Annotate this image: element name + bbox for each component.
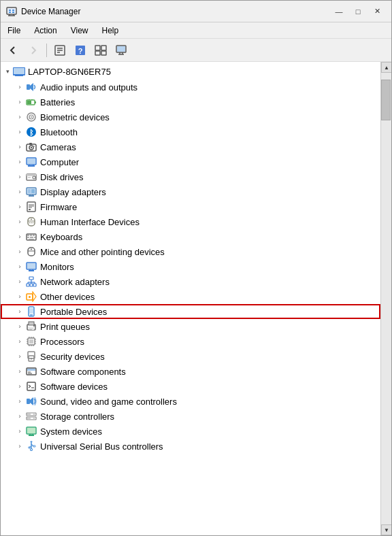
svg-line-133 (29, 386, 31, 388)
list-item[interactable]: › Other devices (1, 289, 380, 304)
list-item[interactable]: › Human (1, 214, 380, 229)
svg-rect-76 (27, 237, 29, 238)
expander-print[interactable]: › (14, 321, 25, 332)
menu-bar: File Action View Help (1, 22, 391, 39)
list-item[interactable]: › ᛒ Bluetooth (1, 124, 380, 139)
expander-computer[interactable]: › (14, 156, 25, 167)
back-button[interactable] (3, 41, 22, 59)
list-item[interactable]: › Sound, video and game controllers (1, 394, 380, 409)
software-dev-icon (25, 380, 37, 392)
expander-monitors[interactable]: › (14, 261, 25, 272)
expander-processors[interactable]: › (14, 336, 25, 347)
expander-system[interactable]: › (14, 426, 25, 437)
list-item[interactable]: › Disk drives (1, 169, 380, 184)
expander-hid[interactable]: › (14, 216, 25, 227)
svg-rect-60 (31, 189, 35, 193)
help-icon: ? (75, 45, 86, 56)
expander-software-dev[interactable]: › (14, 381, 25, 392)
root-item-content[interactable]: ▾ LAPTOP-8GN6ER75 (1, 63, 380, 80)
svg-rect-1 (7, 8, 16, 14)
list-item[interactable]: › (1, 229, 380, 244)
scroll-down-button[interactable]: ▼ (381, 524, 391, 535)
menu-file[interactable]: File (1, 24, 27, 37)
sound-icon (25, 395, 37, 407)
list-item[interactable]: › Cameras (1, 139, 380, 154)
expander-bluetooth[interactable]: › (14, 127, 25, 137)
list-item[interactable]: › Software devices (1, 379, 380, 394)
processors-icon (25, 335, 37, 348)
list-item[interactable]: › Batteries (1, 95, 380, 110)
svg-rect-25 (14, 68, 24, 74)
svg-rect-88 (29, 277, 33, 280)
help-button[interactable]: ? (71, 41, 90, 59)
expander-firmware[interactable]: › (14, 201, 25, 212)
svg-rect-6 (12, 10, 14, 11)
expander-batteries[interactable]: › (14, 97, 25, 107)
list-item[interactable]: › Mice and other pointing devices (1, 244, 380, 259)
item-system-label: System devices (40, 426, 102, 437)
window-controls: — □ ✕ (330, 5, 386, 18)
forward-button[interactable] (24, 41, 43, 59)
maximize-button[interactable]: □ (349, 5, 367, 18)
expander-other[interactable]: › (14, 291, 25, 302)
root-item[interactable]: ▾ LAPTOP-8GN6ER75 (1, 63, 380, 454)
item-network-label: Network adapters (40, 277, 110, 287)
svg-rect-84 (27, 263, 35, 269)
item-sound-label: Sound, video and game controllers (40, 397, 177, 407)
menu-action[interactable]: Action (27, 24, 63, 37)
expander-audio[interactable]: › (14, 82, 25, 93)
scroll-up-button[interactable]: ▲ (381, 62, 391, 73)
svg-rect-151 (33, 446, 35, 447)
list-item[interactable]: › System devices (1, 424, 380, 439)
expander-network[interactable]: › (14, 276, 25, 287)
portable-icon (25, 305, 37, 318)
list-item[interactable]: › Computer (1, 154, 380, 169)
list-item[interactable]: › (1, 439, 380, 454)
list-item-portable[interactable]: › Portable Devices (1, 304, 380, 319)
list-item[interactable]: › Biometric devices (1, 110, 380, 124)
item-software-dev-label: Software devices (40, 382, 108, 392)
menu-view[interactable]: View (64, 24, 95, 37)
network-icon (25, 275, 37, 288)
svg-point-125 (31, 358, 32, 359)
device-tree[interactable]: ▾ LAPTOP-8GN6ER75 (1, 62, 380, 535)
list-item[interactable]: › Security devices (1, 349, 380, 364)
list-item[interactable]: › Firmware (1, 199, 380, 214)
expander-software-comp[interactable]: › (14, 366, 25, 377)
expander-keyboards[interactable]: › (14, 231, 25, 242)
list-item[interactable]: › Audio inputs and outputs (1, 80, 380, 95)
back-icon (7, 45, 18, 56)
expander-security[interactable]: › (14, 351, 25, 362)
list-item[interactable]: › (1, 334, 380, 349)
expander-display[interactable]: › (14, 186, 25, 197)
software-comp-icon (25, 365, 37, 378)
expander-cameras[interactable]: › (14, 141, 25, 152)
list-item[interactable]: › Monitors (1, 259, 380, 274)
scroll-thumb[interactable] (381, 80, 391, 120)
list-item[interactable]: › Print (1, 319, 380, 334)
menu-help[interactable]: Help (95, 24, 126, 37)
expander-mice[interactable]: › (14, 246, 25, 257)
item-usb-label: Universal Serial Bus controllers (40, 441, 163, 452)
svg-rect-27 (15, 76, 23, 76)
monitor-button[interactable] (112, 41, 131, 59)
list-item[interactable]: › (1, 184, 380, 199)
scroll-track[interactable] (381, 73, 391, 524)
expander-biometric[interactable]: › (14, 112, 25, 122)
root-expander[interactable]: ▾ (2, 66, 13, 77)
show-hidden-button[interactable] (91, 41, 110, 59)
expander-sound[interactable]: › (14, 396, 25, 407)
expander-portable[interactable]: › (14, 306, 25, 317)
list-item[interactable]: › Storag (1, 409, 380, 424)
properties-button[interactable] (50, 41, 69, 59)
close-button[interactable]: ✕ (368, 5, 386, 18)
svg-rect-31 (35, 101, 36, 103)
svg-rect-59 (28, 189, 31, 193)
vertical-scrollbar[interactable]: ▲ ▼ (380, 62, 391, 535)
expander-storage[interactable]: › (14, 411, 25, 422)
list-item[interactable]: › (1, 274, 380, 289)
expander-usb[interactable]: › (14, 441, 25, 452)
expander-disk[interactable]: › (14, 171, 25, 182)
minimize-button[interactable]: — (330, 5, 348, 18)
list-item[interactable]: › Software components (1, 364, 380, 379)
